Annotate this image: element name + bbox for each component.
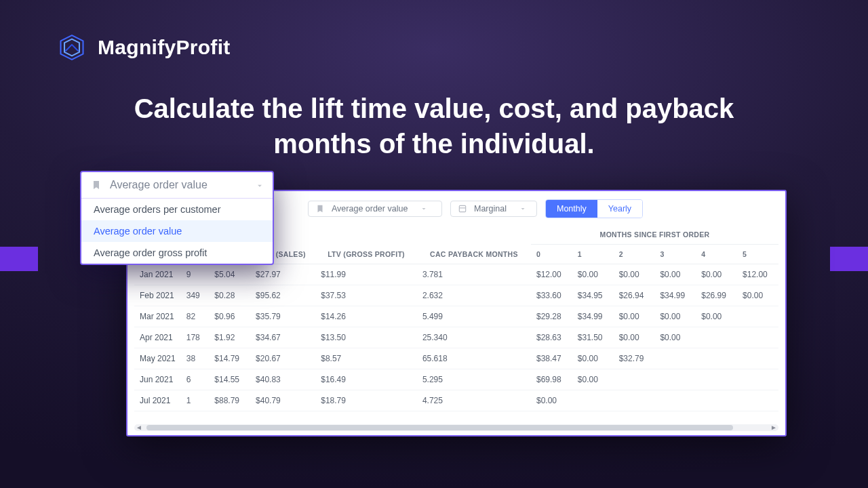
table-cell [737, 369, 778, 390]
table-cell: $34.99 [572, 306, 614, 327]
table-cell: $26.94 [614, 285, 655, 306]
table-cell: $35.79 [250, 306, 315, 327]
table-cell: $0.00 [572, 369, 614, 390]
scrollbar-thumb[interactable] [146, 425, 733, 430]
table-cell: 349 [181, 285, 210, 306]
mode-select-label: Marginal [474, 204, 507, 214]
table-cell: 5.295 [417, 369, 531, 390]
table-cell: $40.83 [250, 369, 315, 390]
table-cell: $20.67 [250, 348, 315, 369]
brand-name: MagnifyProfit [98, 36, 231, 59]
table-cell: $0.00 [696, 306, 737, 327]
table-cell: $0.00 [654, 327, 696, 348]
period-segmented: Monthly Yearly [545, 199, 643, 218]
table-row: May 202138$14.79$20.67$8.5765.618$38.47$… [134, 348, 778, 369]
metric-select-label: Average order value [332, 204, 408, 214]
table-cell: 82 [181, 306, 210, 327]
table-cell: $14.26 [315, 306, 417, 327]
table-cell: $18.79 [315, 390, 417, 411]
table-cell: Mar 2021 [134, 306, 181, 327]
table-cell: $0.00 [696, 264, 737, 285]
table-cell: $29.28 [531, 306, 572, 327]
chevron-down-icon [420, 205, 428, 213]
brand-logo: MagnifyProfit [57, 33, 231, 62]
metric-dropdown-option[interactable]: Average order value [81, 220, 273, 242]
metric-dropdown-open: Average order value Average orders per c… [80, 171, 274, 265]
col-m1: 1 [572, 245, 614, 264]
table-cell: $12.00 [737, 264, 778, 285]
col-m5: 5 [737, 245, 778, 264]
table-cell: 4.725 [417, 390, 531, 411]
table-cell [654, 369, 696, 390]
table-cell: Jan 2021 [134, 264, 181, 285]
metric-dropdown-selected: Average order value [110, 179, 208, 191]
table-cell: $13.50 [315, 327, 417, 348]
table-cell: $69.98 [531, 369, 572, 390]
table-cell: $0.00 [531, 390, 572, 411]
svg-marker-1 [64, 39, 79, 56]
table-cell: 65.618 [417, 348, 531, 369]
table-cell [696, 369, 737, 390]
table-row: Apr 2021178$1.92$34.67$13.5025.340$28.63… [134, 327, 778, 348]
table-cell: $38.47 [531, 348, 572, 369]
table-cell: $14.55 [209, 369, 250, 390]
table-cell: $0.00 [654, 306, 696, 327]
col-m2: 2 [614, 245, 655, 264]
table-cell: $33.60 [531, 285, 572, 306]
scroll-left-icon[interactable]: ◄ [136, 424, 142, 431]
table-cell: $37.53 [315, 285, 417, 306]
table-cell: $0.00 [572, 264, 614, 285]
table-cell: May 2021 [134, 348, 181, 369]
chevron-down-icon [519, 205, 527, 213]
table-cell: $34.99 [654, 285, 696, 306]
table-cell [654, 390, 696, 411]
table-cell: $0.28 [209, 285, 250, 306]
table-cell: $0.00 [614, 327, 655, 348]
table-cell: $0.00 [572, 348, 614, 369]
decorative-side-left [0, 247, 38, 271]
table-cell [654, 348, 696, 369]
table-cell: Apr 2021 [134, 327, 181, 348]
svg-rect-2 [459, 205, 465, 211]
table-cell: 2.632 [417, 285, 531, 306]
table-cell: 38 [181, 348, 210, 369]
table-cell [614, 390, 655, 411]
table-cell: $32.79 [614, 348, 655, 369]
scroll-right-icon[interactable]: ► [770, 424, 777, 431]
table-cell: 1 [181, 390, 210, 411]
brand-mark-icon [57, 33, 87, 62]
period-monthly-button[interactable]: Monthly [546, 200, 597, 218]
table-cell: $34.67 [250, 327, 315, 348]
table-cell [737, 327, 778, 348]
headline-line-1: Calculate the lift time value, cost, and… [134, 94, 734, 123]
table-cell [696, 348, 737, 369]
table-cell: Jul 2021 [134, 390, 181, 411]
period-yearly-button[interactable]: Yearly [597, 200, 642, 218]
table-cell: $27.97 [250, 264, 315, 285]
table-cell: $88.79 [209, 390, 250, 411]
table-cell: $0.00 [654, 264, 696, 285]
table-cell: $8.57 [315, 348, 417, 369]
table-cell: 9 [181, 264, 210, 285]
mode-select[interactable]: Marginal [450, 201, 537, 217]
table-row: Feb 2021349$0.28$95.62$37.532.632$33.60$… [134, 285, 778, 306]
horizontal-scrollbar[interactable]: ◄ ► [134, 424, 778, 431]
table-row: Jul 20211$88.79$40.79$18.794.725$0.00 [134, 390, 778, 411]
table-cell: $26.99 [696, 285, 737, 306]
table-cell: $12.00 [531, 264, 572, 285]
table-cell [737, 348, 778, 369]
table-cell: 5.499 [417, 306, 531, 327]
table-row: Jan 20219$5.04$27.97$11.993.781$12.00$0.… [134, 264, 778, 285]
decorative-side-right [830, 247, 868, 271]
table-row: Jun 20216$14.55$40.83$16.495.295$69.98$0… [134, 369, 778, 390]
metric-dropdown-option[interactable]: Average orders per customer [81, 199, 273, 220]
metric-dropdown-trigger[interactable]: Average order value [81, 172, 273, 199]
table-cell [737, 390, 778, 411]
page-headline: Calculate the lift time value, cost, and… [0, 91, 868, 161]
bookmark-icon [91, 180, 102, 190]
table-cell: $0.00 [737, 285, 778, 306]
table-cell [696, 327, 737, 348]
table-cell: $34.95 [572, 285, 614, 306]
metric-select[interactable]: Average order value [308, 201, 442, 217]
metric-dropdown-option[interactable]: Average order gross profit [81, 242, 273, 264]
